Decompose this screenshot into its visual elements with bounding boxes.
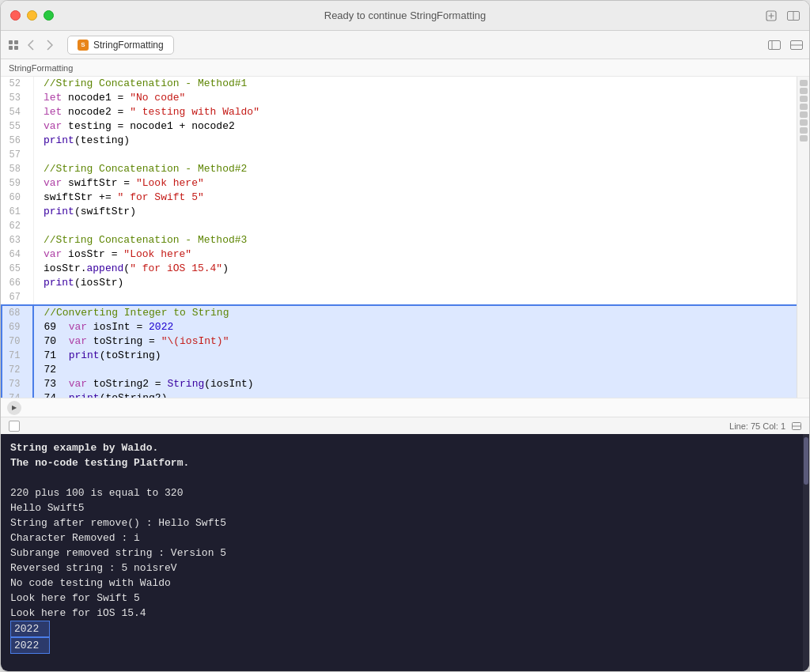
code-content: 69 var iosInt = 2022 bbox=[33, 320, 797, 334]
line-number: 72 bbox=[2, 363, 33, 377]
console-scrollbar[interactable] bbox=[803, 434, 809, 671]
panel-toggle-icon[interactable] bbox=[790, 39, 803, 51]
scroll-indicator bbox=[800, 127, 808, 134]
code-editor[interactable]: 52 //String Concatenation - Method#1 53 … bbox=[1, 77, 797, 398]
scroll-indicator bbox=[800, 96, 808, 102]
line-number: 66 bbox=[2, 276, 33, 290]
code-content: let nocode1 = "No code" bbox=[33, 91, 797, 105]
console-line: Look here for Swift 5 bbox=[10, 591, 800, 606]
expand-icon[interactable] bbox=[792, 419, 801, 433]
swift-file-icon: S bbox=[78, 40, 89, 51]
code-content: var testing = nocode1 + nocode2 bbox=[33, 119, 797, 134]
table-row: 55 var testing = nocode1 + nocode2 bbox=[2, 119, 797, 134]
console-line: String example by Waldo. bbox=[10, 440, 800, 455]
scroll-indicator bbox=[800, 135, 808, 142]
table-row: 66 print(iosStr) bbox=[2, 276, 797, 290]
code-content: iosStr.append(" for iOS 15.4") bbox=[33, 262, 797, 276]
line-number: 58 bbox=[2, 162, 33, 176]
editor-area: 52 //String Concatenation - Method#1 53 … bbox=[1, 77, 809, 398]
table-row: 62 bbox=[2, 219, 797, 233]
main-area: 52 //String Concatenation - Method#1 53 … bbox=[1, 77, 809, 671]
table-row: 54 let nocode2 = " testing with Waldo" bbox=[2, 105, 797, 119]
code-table: 52 //String Concatenation - Method#1 53 … bbox=[1, 77, 797, 398]
code-content bbox=[33, 148, 797, 162]
console-line: The no-code testing Platform. bbox=[10, 455, 800, 470]
line-number: 63 bbox=[2, 233, 33, 247]
line-number: 54 bbox=[2, 105, 33, 119]
line-number: 67 bbox=[2, 290, 33, 305]
table-row: 68 //Converting Integer to String bbox=[2, 305, 797, 320]
console-output-2022-2: 2022 bbox=[10, 637, 800, 654]
close-button[interactable] bbox=[10, 10, 21, 21]
line-number: 56 bbox=[2, 134, 33, 148]
line-number: 59 bbox=[2, 176, 33, 191]
back-button[interactable] bbox=[23, 37, 39, 53]
line-col-indicator: Line: 75 Col: 1 bbox=[729, 421, 785, 431]
line-number: 70 bbox=[2, 334, 33, 349]
toolbar: S StringFormatting bbox=[1, 31, 809, 59]
line-number: 57 bbox=[2, 148, 33, 162]
title-bar-right-icons bbox=[765, 9, 800, 22]
status-bar: Line: 75 Col: 1 bbox=[1, 417, 809, 434]
table-row: 53 let nocode1 = "No code" bbox=[2, 91, 797, 105]
console-output-2022-1: 2022 bbox=[10, 621, 800, 637]
table-row: 56 print(testing) bbox=[2, 134, 797, 148]
console-line: Subrange removed string : Version 5 bbox=[10, 546, 800, 561]
table-row: 65 iosStr.append(" for iOS 15.4") bbox=[2, 262, 797, 276]
new-tab-icon[interactable] bbox=[765, 9, 778, 22]
line-number: 69 bbox=[2, 320, 33, 334]
console-line bbox=[10, 470, 800, 485]
svg-rect-6 bbox=[14, 40, 18, 44]
line-number: 52 bbox=[2, 77, 33, 91]
table-row: 70 70 var toString = "\(iosInt)" bbox=[2, 334, 797, 349]
title-bar: Ready to continue StringFormatting bbox=[1, 1, 809, 31]
file-tab[interactable]: S StringFormatting bbox=[67, 36, 174, 55]
console-scrollbar-thumb bbox=[804, 437, 808, 485]
code-content: let nocode2 = " testing with Waldo" bbox=[33, 105, 797, 119]
line-number: 55 bbox=[2, 119, 33, 134]
forward-button[interactable] bbox=[42, 37, 58, 53]
code-content: 70 var toString = "\(iosInt)" bbox=[33, 334, 797, 349]
table-row: 61 print(swiftStr) bbox=[2, 205, 797, 219]
status-checkbox[interactable] bbox=[9, 421, 20, 432]
code-content: //Converting Integer to String bbox=[33, 305, 797, 320]
table-row: 73 73 var toString2 = String(iosInt) bbox=[2, 377, 797, 391]
scroll-indicator bbox=[800, 88, 808, 94]
console-line: 220 plus 100 is equal to 320 bbox=[10, 485, 800, 500]
code-content: 73 var toString2 = String(iosInt) bbox=[33, 377, 797, 391]
editor-scrollbar[interactable] bbox=[797, 77, 809, 398]
line-number: 71 bbox=[2, 349, 33, 363]
table-row: 57 bbox=[2, 148, 797, 162]
run-settings-icon[interactable] bbox=[768, 39, 781, 51]
table-row: 69 69 var iosInt = 2022 bbox=[2, 320, 797, 334]
console-line: No code testing with Waldo bbox=[10, 576, 800, 591]
run-button[interactable]: ▶ bbox=[7, 401, 21, 415]
code-content: //String Concatenation - Method#1 bbox=[33, 77, 797, 91]
table-row: 72 72 bbox=[2, 363, 797, 377]
console-area[interactable]: String example by Waldo. The no-code tes… bbox=[1, 434, 809, 671]
console-line: Character Removed : i bbox=[10, 530, 800, 546]
run-row: ▶ bbox=[1, 398, 809, 417]
minimize-button[interactable] bbox=[27, 10, 37, 21]
console-line: String after remove() : Hello Swft5 bbox=[10, 515, 800, 530]
scroll-indicator bbox=[800, 111, 808, 118]
line-number: 53 bbox=[2, 91, 33, 105]
svg-rect-8 bbox=[14, 46, 18, 50]
breadcrumb: StringFormatting bbox=[9, 63, 73, 73]
maximize-button[interactable] bbox=[44, 10, 54, 21]
nav-buttons bbox=[23, 37, 58, 53]
line-number: 62 bbox=[2, 219, 33, 233]
line-number: 65 bbox=[2, 262, 33, 276]
scroll-indicator bbox=[800, 119, 808, 126]
window-title: Ready to continue StringFormatting bbox=[324, 9, 486, 21]
line-number: 73 bbox=[2, 377, 33, 391]
grid-icon[interactable] bbox=[7, 39, 20, 51]
scroll-indicator bbox=[800, 80, 808, 86]
code-content: 71 print(toString) bbox=[33, 349, 797, 363]
split-view-icon[interactable] bbox=[787, 9, 800, 22]
svg-rect-5 bbox=[9, 40, 13, 44]
code-content: print(testing) bbox=[33, 134, 797, 148]
table-row: 74 74 print(toString2) bbox=[2, 391, 797, 398]
svg-rect-9 bbox=[769, 40, 781, 49]
toolbar-right bbox=[768, 39, 803, 51]
